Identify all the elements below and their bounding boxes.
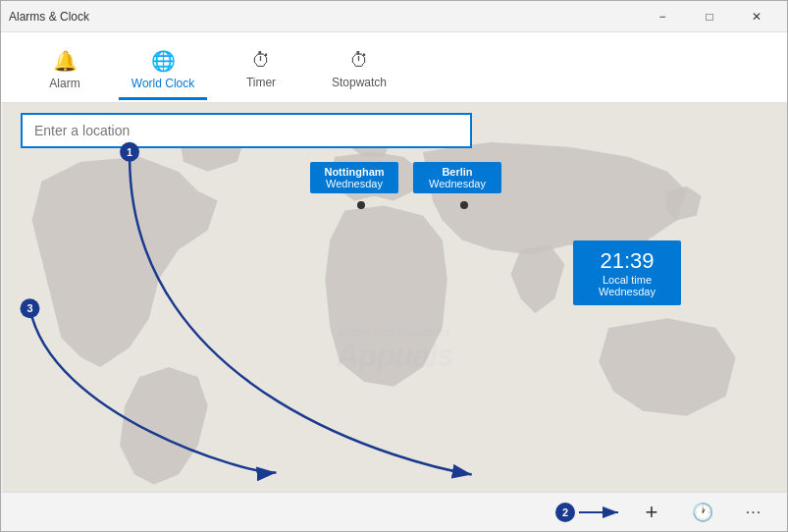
minimize-button[interactable]: −	[640, 1, 685, 32]
watermark: Expert Tech Assistance Appuals	[337, 326, 453, 374]
tab-alarm[interactable]: 🔔 Alarm	[21, 33, 109, 100]
berlin-dot	[460, 201, 468, 209]
tab-timer[interactable]: ⏱ Timer	[217, 33, 305, 100]
add-button[interactable]: +	[634, 495, 669, 530]
nottingham-dot	[357, 201, 365, 209]
clock-button[interactable]: 🕐	[685, 495, 720, 530]
timer-icon: ⏱	[251, 49, 271, 72]
berlin-day: Wednesday	[423, 178, 492, 189]
tab-alarm-label: Alarm	[49, 77, 79, 90]
toolbar-actions: 2 + 🕐 ···	[634, 495, 771, 530]
tab-world-clock[interactable]: 🌐 World Clock	[119, 33, 207, 100]
watermark-text: Expert Tech Assistance	[337, 326, 453, 338]
tab-timer-label: Timer	[246, 76, 276, 89]
close-button[interactable]: ✕	[734, 1, 779, 32]
local-time-card: 21:39 Local time Wednesday	[573, 240, 681, 305]
location-search-input[interactable]	[21, 113, 472, 148]
annotation-badge-2: 2	[555, 503, 575, 522]
annotation-2-container: 2	[555, 503, 628, 522]
berlin-city: Berlin	[423, 166, 492, 178]
search-bar	[21, 113, 472, 148]
berlin-card: Berlin Wednesday	[413, 162, 501, 193]
watermark-brand: Appuals	[337, 338, 453, 374]
local-time-day: Wednesday	[587, 286, 667, 297]
window-controls: − □ ✕	[640, 1, 779, 32]
tab-stopwatch-label: Stopwatch	[332, 76, 387, 89]
bottom-toolbar: 2 + 🕐 ···	[1, 492, 787, 531]
tab-stopwatch[interactable]: ⏱ Stopwatch	[315, 33, 403, 100]
main-content: Nottingham Wednesday Berlin Wednesday 21…	[1, 103, 788, 492]
nottingham-day: Wednesday	[320, 178, 389, 189]
world-clock-icon: 🌐	[151, 49, 176, 73]
title-bar: Alarms & Clock − □ ✕	[1, 1, 787, 32]
local-time-label: Local time	[587, 274, 667, 286]
annotation-2-arrow	[579, 503, 628, 522]
nav-bar: 🔔 Alarm 🌐 World Clock ⏱ Timer ⏱ Stopwatc…	[1, 32, 787, 103]
app-title: Alarms & Clock	[9, 10, 89, 24]
maximize-button[interactable]: □	[687, 1, 732, 32]
alarm-icon: 🔔	[53, 49, 78, 73]
more-button[interactable]: ···	[736, 495, 771, 530]
local-time-display: 21:39	[587, 248, 667, 274]
stopwatch-icon: ⏱	[349, 49, 369, 72]
nottingham-card: Nottingham Wednesday	[310, 162, 398, 193]
nottingham-city: Nottingham	[320, 166, 389, 178]
app-window: Alarms & Clock − □ ✕ 🔔 Alarm 🌐 World Clo…	[0, 0, 788, 532]
tab-world-clock-label: World Clock	[131, 77, 194, 90]
